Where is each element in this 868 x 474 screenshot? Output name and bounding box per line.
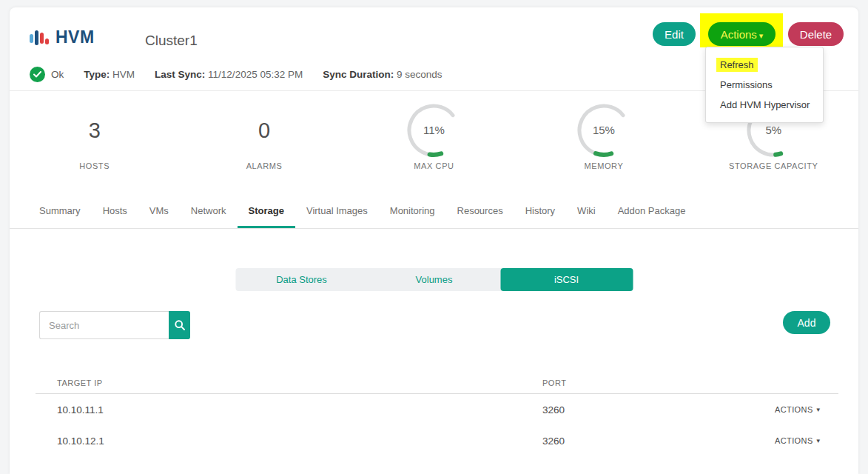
caret-down-icon: ▾ — [759, 31, 764, 40]
tab-virtual-images[interactable]: Virtual Images — [295, 194, 379, 228]
actions-button-label: Actions — [721, 28, 757, 41]
search-button[interactable] — [169, 311, 190, 339]
max-cpu-value: 11% — [406, 124, 462, 136]
subtab-volumes[interactable]: Volumes — [368, 268, 500, 291]
delete-button[interactable]: Delete — [788, 22, 844, 46]
last-sync-value: 11/12/2025 05:32 PM — [208, 69, 303, 80]
search-icon — [174, 319, 186, 331]
main-tabs: Summary Hosts VMs Network Storage Virtua… — [10, 194, 858, 229]
tab-vms[interactable]: VMs — [138, 194, 180, 228]
tab-storage[interactable]: Storage — [238, 194, 295, 228]
status-last-sync: Last Sync: 11/12/2025 05:32 PM — [155, 69, 303, 80]
tab-monitoring[interactable]: Monitoring — [379, 194, 446, 228]
table-row[interactable]: 10.10.11.1 3260 ACTIONS▼ — [36, 394, 838, 425]
caret-down-icon: ▼ — [815, 407, 821, 413]
storage-capacity-value: 5% — [745, 124, 801, 136]
tab-resources[interactable]: Resources — [446, 194, 514, 228]
alarms-label: ALARMS — [179, 161, 349, 170]
status-sync-duration: Sync Duration: 9 seconds — [323, 69, 442, 80]
caret-down-icon: ▼ — [815, 438, 821, 444]
sync-duration-value: 9 seconds — [397, 69, 443, 80]
actions-dropdown-menu: Refresh Permissions Add HVM Hypervisor — [705, 47, 824, 123]
type-label: Type: — [84, 69, 110, 80]
storage-subtabs: Data Stores Volumes iSCSI — [235, 268, 633, 291]
row-actions-label: ACTIONS — [775, 405, 813, 414]
column-target-ip: TARGET IP — [57, 378, 103, 387]
max-cpu-gauge: 11% — [406, 102, 462, 158]
actions-button[interactable]: Actions▾ — [708, 22, 776, 46]
refresh-highlight-annotation: Refresh — [716, 58, 758, 72]
storage-capacity-label: STORAGE CAPACITY — [689, 161, 858, 170]
target-ip-cell: 10.10.12.1 — [57, 435, 104, 447]
status-ok-icon — [30, 67, 45, 82]
memory-gauge: 15% — [576, 102, 632, 158]
tab-hosts[interactable]: Hosts — [92, 194, 138, 228]
sync-duration-label: Sync Duration: — [323, 69, 394, 80]
subtab-data-stores[interactable]: Data Stores — [235, 268, 368, 291]
stat-memory: 15% MEMORY — [519, 101, 688, 172]
memory-value: 15% — [576, 124, 632, 136]
stat-max-cpu: 11% MAX CPU — [349, 101, 519, 172]
status-type: Type: HVM — [84, 69, 135, 80]
last-sync-label: Last Sync: — [155, 69, 205, 80]
edit-button[interactable]: Edit — [653, 22, 696, 46]
memory-label: MEMORY — [519, 161, 688, 170]
row-actions-dropdown[interactable]: ACTIONS▼ — [775, 436, 821, 445]
add-button[interactable]: Add — [783, 311, 830, 334]
target-ip-cell: 10.10.11.1 — [57, 404, 104, 415]
search-bar — [39, 311, 190, 339]
tab-summary[interactable]: Summary — [28, 194, 92, 228]
table-header: TARGET IP PORT — [36, 374, 838, 394]
alarms-count: 0 — [179, 118, 349, 143]
page: HVM Cluster1 Edit Actions▾ Delete Refres… — [0, 0, 868, 474]
type-value: HVM — [112, 69, 135, 80]
page-title: Cluster1 — [145, 33, 198, 49]
menu-item-refresh[interactable]: Refresh — [706, 55, 823, 75]
tab-addon-package[interactable]: Addon Package — [607, 194, 697, 228]
table-row[interactable]: 10.10.12.1 3260 ACTIONS▼ — [36, 425, 838, 456]
status-row: Ok Type: HVM Last Sync: 11/12/2025 05:32… — [30, 66, 443, 82]
stat-hosts: 3 HOSTS — [10, 101, 179, 172]
stat-alarms: 0 ALARMS — [179, 101, 349, 172]
tab-wiki[interactable]: Wiki — [566, 194, 607, 228]
search-input[interactable] — [39, 311, 169, 339]
port-cell: 3260 — [542, 435, 565, 447]
hosts-count: 3 — [10, 118, 179, 143]
tab-history[interactable]: History — [514, 194, 566, 228]
subtab-iscsi[interactable]: iSCSI — [500, 268, 633, 291]
tab-network[interactable]: Network — [180, 194, 238, 228]
iscsi-table: TARGET IP PORT 10.10.11.1 3260 ACTIONS▼ … — [36, 374, 838, 456]
port-cell: 3260 — [542, 404, 565, 415]
hosts-label: HOSTS — [10, 161, 179, 170]
hvm-logo: HVM — [30, 27, 95, 47]
row-actions-dropdown[interactable]: ACTIONS▼ — [775, 405, 821, 414]
cluster-detail-card: HVM Cluster1 Edit Actions▾ Delete Refres… — [10, 7, 858, 474]
status-ok-text: Ok — [51, 69, 64, 80]
column-port: PORT — [542, 378, 566, 387]
brand-name: HVM — [55, 27, 95, 47]
row-actions-label: ACTIONS — [775, 436, 813, 445]
menu-item-permissions[interactable]: Permissions — [706, 75, 823, 95]
menu-item-add-hvm-hypervisor[interactable]: Add HVM Hypervisor — [706, 95, 823, 115]
max-cpu-label: MAX CPU — [349, 161, 519, 170]
hvm-logo-icon — [30, 29, 50, 47]
